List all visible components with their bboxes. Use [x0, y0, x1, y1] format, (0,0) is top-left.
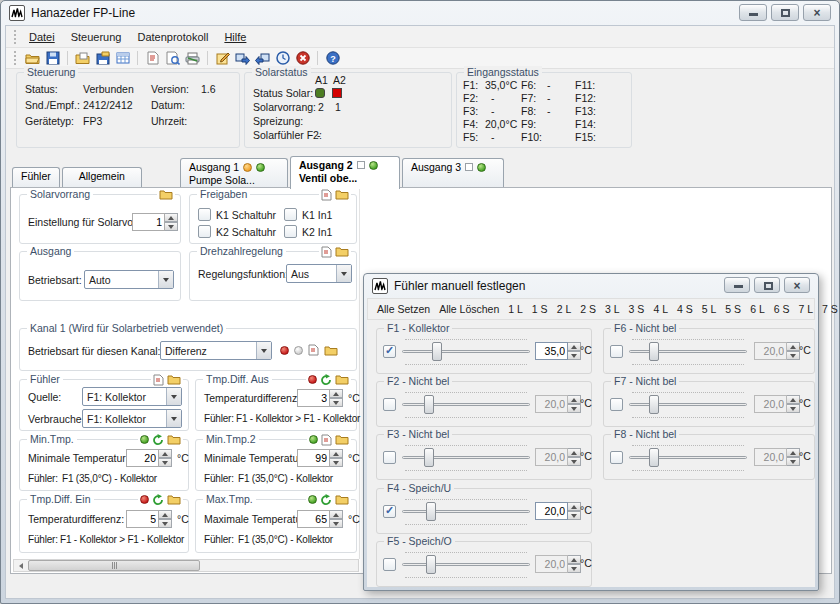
- refresh-icon[interactable]: [320, 374, 332, 386]
- table-icon[interactable]: [114, 50, 131, 67]
- print-preview-icon[interactable]: [164, 50, 181, 67]
- sensor-f2-slider[interactable]: [402, 389, 530, 421]
- toolbar-grip[interactable]: [14, 51, 17, 65]
- betriebsart-select[interactable]: Auto: [84, 270, 174, 289]
- tab-ausgang-3[interactable]: Ausgang 3: [402, 158, 504, 188]
- refresh-icon[interactable]: [320, 494, 332, 506]
- solarvorrang-input[interactable]: [132, 213, 165, 231]
- quelle-select[interactable]: F1: Kollektor: [82, 387, 182, 406]
- spin-down-icon[interactable]: [165, 222, 178, 231]
- dialog-minimize-button[interactable]: [724, 277, 750, 293]
- dialog-maximize-button[interactable]: [754, 277, 780, 293]
- chevron-down-icon[interactable]: [256, 342, 271, 359]
- verbraucher-select[interactable]: F1: Kollektor: [82, 409, 182, 428]
- help-icon[interactable]: ?: [324, 50, 341, 67]
- minimize-button[interactable]: [739, 4, 767, 21]
- menubar-grip[interactable]: [14, 30, 17, 44]
- slider-thumb[interactable]: [424, 448, 434, 467]
- regelungsfunktion-select[interactable]: Aus: [286, 264, 352, 283]
- doc-icon[interactable]: [321, 434, 332, 446]
- doc-icon[interactable]: [321, 246, 332, 258]
- sensor-f8-slider[interactable]: [629, 442, 747, 474]
- menu-datei[interactable]: Datei: [21, 28, 63, 46]
- k2-in1-checkbox[interactable]: [284, 225, 297, 238]
- scroll-left-icon[interactable]: [14, 560, 28, 571]
- folder-icon[interactable]: [335, 494, 349, 505]
- sensor-f5-slider[interactable]: [402, 549, 530, 581]
- dialog-close-button[interactable]: ×: [784, 277, 810, 293]
- slider-thumb[interactable]: [424, 395, 434, 414]
- horizontal-scrollbar[interactable]: [13, 559, 359, 572]
- import-icon[interactable]: [254, 50, 271, 67]
- sensor-f6-checkbox[interactable]: [610, 345, 623, 358]
- tab-fuehler[interactable]: Fühler: [12, 167, 60, 188]
- spin-up-icon[interactable]: [165, 213, 178, 222]
- chevron-down-icon[interactable]: [158, 271, 173, 288]
- maximize-button[interactable]: [771, 4, 799, 21]
- menu-hilfe[interactable]: Hilfe: [216, 28, 254, 46]
- menu-steuerung[interactable]: Steuerung: [63, 28, 130, 46]
- refresh-icon[interactable]: [152, 434, 164, 446]
- clock-icon[interactable]: [274, 50, 291, 67]
- folder-icon[interactable]: [159, 189, 173, 200]
- doc-icon[interactable]: [153, 374, 164, 386]
- tmpdiff-aus-spinner[interactable]: [297, 389, 343, 407]
- slider-thumb[interactable]: [649, 342, 659, 361]
- sensor-f3-slider[interactable]: [402, 442, 530, 474]
- doc-icon[interactable]: [308, 344, 319, 356]
- save-icon[interactable]: [44, 50, 61, 67]
- kanal-betriebsart-select[interactable]: Differenz: [160, 341, 272, 360]
- min-tmp2-spinner[interactable]: [297, 449, 343, 467]
- new-document-icon[interactable]: [144, 50, 161, 67]
- sensor-f4-spinner[interactable]: [535, 502, 581, 520]
- folder-icon[interactable]: [324, 345, 338, 356]
- edit-icon[interactable]: [214, 50, 231, 67]
- folder-icon[interactable]: [335, 374, 349, 385]
- chevron-down-icon[interactable]: [166, 388, 181, 405]
- sensor-f7-checkbox[interactable]: [610, 398, 623, 411]
- tab-ausgang-1[interactable]: Ausgang 1 Pumpe Sola...: [180, 158, 288, 188]
- k2-schaltuhr-checkbox[interactable]: [198, 225, 211, 238]
- slider-thumb[interactable]: [649, 395, 659, 414]
- sensor-f6-slider[interactable]: [629, 336, 747, 368]
- sensor-f7-slider[interactable]: [629, 389, 747, 421]
- slider-thumb[interactable]: [426, 555, 436, 574]
- open-project-icon[interactable]: [74, 50, 91, 67]
- scrollbar-thumb[interactable]: [28, 560, 200, 571]
- k1-schaltuhr-checkbox[interactable]: [198, 208, 211, 221]
- tab-ausgang-2[interactable]: Ausgang 2 Ventil obe...: [290, 156, 400, 189]
- solarvorrang-spinner[interactable]: [132, 213, 178, 231]
- chevron-down-icon[interactable]: [336, 265, 351, 282]
- alle-setzen-menu[interactable]: Alle Setzen: [374, 301, 433, 317]
- export-icon[interactable]: [234, 50, 251, 67]
- menu-datenprotokoll[interactable]: Datenprotokoll: [129, 28, 216, 46]
- cancel-icon[interactable]: [294, 50, 311, 67]
- folder-icon[interactable]: [335, 434, 349, 445]
- sensor-f2-checkbox[interactable]: [383, 398, 396, 411]
- folder-icon[interactable]: [167, 434, 181, 445]
- sensor-f8-checkbox[interactable]: [610, 451, 623, 464]
- folder-icon[interactable]: [167, 494, 181, 505]
- sensor-f3-checkbox[interactable]: [383, 451, 396, 464]
- sensor-f1-spinner[interactable]: [535, 342, 581, 360]
- slider-thumb[interactable]: [426, 502, 436, 521]
- sensor-f4-checkbox[interactable]: [383, 505, 396, 518]
- folder-icon[interactable]: [335, 189, 349, 200]
- tmpdiff-ein-spinner[interactable]: [126, 510, 172, 528]
- refresh-icon[interactable]: [152, 494, 164, 506]
- open-icon[interactable]: [24, 50, 41, 67]
- alle-loeschen-menu[interactable]: Alle Löschen: [436, 301, 502, 317]
- print-icon[interactable]: [184, 50, 201, 67]
- sensor-f5-checkbox[interactable]: [383, 558, 396, 571]
- save-project-icon[interactable]: [94, 50, 111, 67]
- sensor-f1-slider[interactable]: [402, 336, 530, 368]
- slider-thumb[interactable]: [432, 342, 442, 361]
- folder-icon[interactable]: [335, 246, 349, 257]
- sensor-f4-slider[interactable]: [402, 496, 530, 528]
- tab-allgemein[interactable]: Allgemein: [62, 167, 142, 188]
- chevron-down-icon[interactable]: [166, 410, 181, 427]
- sensor-f1-checkbox[interactable]: [383, 345, 396, 358]
- folder-icon[interactable]: [167, 374, 181, 385]
- k1-in1-checkbox[interactable]: [284, 208, 297, 221]
- slider-thumb[interactable]: [649, 448, 659, 467]
